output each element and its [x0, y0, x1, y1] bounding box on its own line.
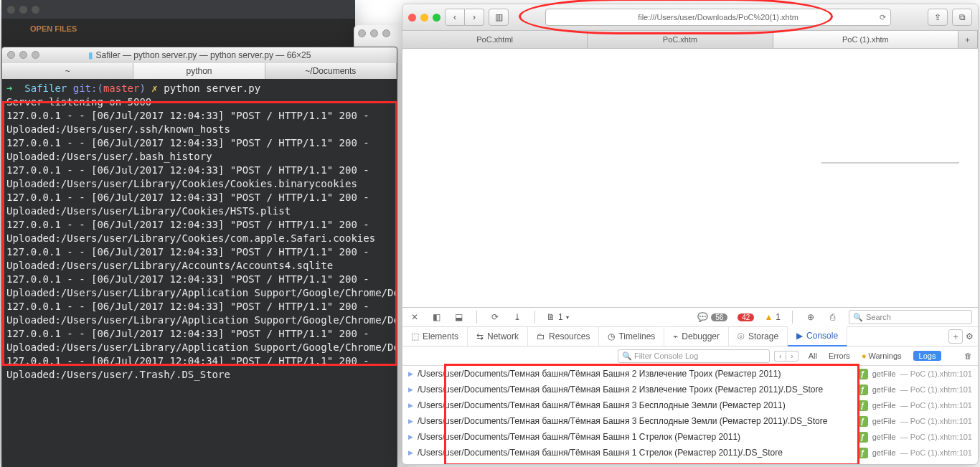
- forward-button[interactable]: ›: [465, 9, 484, 26]
- prompt-arrow-icon: ➜: [6, 82, 12, 94]
- filter-all[interactable]: All: [809, 352, 817, 360]
- gear-icon[interactable]: ⚙: [966, 331, 974, 341]
- tab-elements[interactable]: ⬚Elements: [402, 327, 468, 346]
- storage-icon: ⦾: [738, 331, 745, 341]
- devtools-search[interactable]: 🔍Search: [849, 310, 972, 324]
- source-link[interactable]: — PoC (1).xhtm:101: [900, 448, 972, 457]
- print-icon[interactable]: ⎙: [826, 311, 839, 324]
- log-bullet-icon: ▶: [408, 449, 413, 456]
- filter-logs[interactable]: Logs: [913, 351, 942, 361]
- network-icon: ⇆: [476, 331, 484, 341]
- safari-tab[interactable]: PoC.xhtml: [402, 31, 588, 48]
- devtools-tabs: ⬚Elements ⇆Network 🗀Resources ◷Timelines…: [402, 327, 978, 346]
- tab-timelines[interactable]: ◷Timelines: [599, 327, 664, 346]
- editor-titlebar[interactable]: [1, 0, 355, 19]
- warning-count[interactable]: ▲1: [764, 312, 781, 322]
- terminal-titlebar[interactable]: ▮ Safiler — python server.py — python se…: [2, 47, 397, 63]
- filter-errors[interactable]: Errors: [829, 352, 850, 360]
- tab-debugger[interactable]: ⌁Debugger: [664, 327, 729, 346]
- terminal-body[interactable]: ➜ Safiler git:(master) ✗ python server.p…: [2, 79, 397, 385]
- tabs-button[interactable]: ⧉: [952, 9, 972, 26]
- address-bar[interactable]: file:///Users/user/Downloads/PoC%20(1).x…: [545, 9, 891, 26]
- error-count[interactable]: 42: [738, 313, 754, 321]
- terminal-tab[interactable]: ~/Documents: [265, 63, 397, 79]
- console-message: /Users/user/Documents/Темная башня/Тёмна…: [418, 385, 853, 395]
- prev-button[interactable]: ‹: [774, 351, 786, 362]
- add-tab-button[interactable]: ＋: [948, 329, 963, 344]
- dock-bottom-icon[interactable]: ⬓: [453, 311, 465, 324]
- warning-icon: ▲: [764, 312, 773, 322]
- safari-traffic-lights[interactable]: [408, 14, 440, 22]
- console-row[interactable]: ▶/Users/user/Documents/Темная башня/Тёмн…: [402, 445, 978, 461]
- devtools-toolbar: ✕ ◧ ⬓ ⟳ ⤓ 🗎1 ▾ 💬56 42 ▲1 ⊕ ⎙ 🔍Search: [402, 308, 978, 327]
- doc-count[interactable]: 🗎1 ▾: [547, 312, 569, 322]
- safari-content: [402, 49, 978, 307]
- inspect-icon[interactable]: ⊕: [804, 311, 816, 324]
- safari-tab[interactable]: PoC (1).xhtm: [773, 31, 958, 48]
- filter-warnings[interactable]: ●Warnings: [862, 352, 902, 360]
- chat-icon: 💬: [697, 312, 708, 322]
- function-badge: ƒ: [857, 369, 868, 379]
- function-badge: ƒ: [857, 400, 868, 411]
- clock-icon: ◷: [608, 331, 615, 341]
- log-bullet-icon: ▶: [408, 418, 413, 425]
- trash-icon[interactable]: 🗑: [964, 352, 972, 360]
- chevron-right-icon: ›: [473, 12, 476, 22]
- tabs-icon: ⧉: [959, 12, 966, 22]
- reload-icon[interactable]: ⟳: [489, 311, 501, 324]
- source-link[interactable]: — PoC (1).xhtm:101: [900, 433, 972, 441]
- log-count[interactable]: 💬56: [697, 312, 727, 322]
- function-name: getFile: [872, 401, 896, 410]
- source-link[interactable]: — PoC (1).xhtm:101: [900, 369, 972, 378]
- new-tab-button[interactable]: ＋: [958, 31, 978, 48]
- console-icon: ▶: [796, 331, 803, 341]
- source-link[interactable]: — PoC (1).xhtm:101: [900, 417, 972, 425]
- function-name: getFile: [872, 433, 896, 441]
- sidebar-button[interactable]: ▥: [489, 9, 509, 26]
- dock-side-icon[interactable]: ◧: [430, 311, 443, 324]
- console-row[interactable]: ▶/Users/user/Documents/Темная башня/Тёмн…: [402, 429, 978, 445]
- safari-window: ‹ › ▥ file:///Users/user/Downloads/PoC%2…: [402, 4, 979, 465]
- function-badge: ƒ: [857, 432, 868, 443]
- editor-traffic-lights[interactable]: [7, 6, 39, 14]
- chevron-left-icon: ‹: [453, 12, 456, 22]
- console-row[interactable]: ▶/Users/user/Documents/Темная башня/Тёмн…: [402, 413, 978, 429]
- filter-input[interactable]: 🔍Filter Console Log: [618, 349, 770, 363]
- terminal-tab[interactable]: python: [133, 63, 265, 79]
- console-filter-bar: 🔍Filter Console Log ‹› All Errors ●Warni…: [402, 346, 978, 366]
- terminal-tab[interactable]: ~: [2, 63, 133, 79]
- tab-resources[interactable]: 🗀Resources: [528, 327, 599, 346]
- source-link[interactable]: — PoC (1).xhtm:101: [900, 385, 972, 394]
- terminal-tabs: ~ python ~/Documents: [2, 63, 397, 79]
- terminal-title: Safiler — python server.py — python serv…: [96, 50, 311, 60]
- folder-icon: ▮: [88, 50, 93, 60]
- search-icon: 🔍: [853, 313, 863, 322]
- safari-tab[interactable]: PoC.xhtm: [588, 31, 773, 48]
- share-button[interactable]: ⇪: [928, 9, 948, 26]
- tab-console[interactable]: ▶Console: [788, 326, 847, 346]
- function-name: getFile: [872, 417, 896, 425]
- terminal-traffic-lights[interactable]: [7, 51, 39, 59]
- console-row[interactable]: ▶/Users/user/Documents/Темная башня/Тёмн…: [402, 397, 978, 413]
- content-divider: [821, 162, 959, 164]
- console-row[interactable]: ▶/Users/user/Documents/Темная башня/Тёмн…: [402, 382, 978, 397]
- source-link[interactable]: — PoC (1).xhtm:101: [900, 401, 972, 410]
- console-row[interactable]: ▶/Users/user/Documents/Темная башня/Тёмн…: [402, 366, 978, 382]
- tab-storage[interactable]: ⦾Storage: [729, 327, 788, 346]
- reload-icon[interactable]: ⟳: [880, 13, 886, 22]
- console-message: /Users/user/Documents/Темная башня/Тёмна…: [418, 416, 853, 426]
- tab-network[interactable]: ⇆Network: [468, 327, 528, 346]
- back-button[interactable]: ‹: [445, 9, 465, 26]
- log-bullet-icon: ▶: [408, 402, 413, 409]
- download-icon[interactable]: ⤓: [511, 311, 523, 324]
- plus-icon: ＋: [963, 34, 971, 45]
- close-icon[interactable]: ✕: [408, 311, 420, 324]
- bug-icon: ⌁: [673, 331, 678, 341]
- background-traffic-lights[interactable]: [354, 25, 405, 42]
- console-rows: ▶/Users/user/Documents/Темная башня/Тёмн…: [402, 366, 978, 461]
- function-name: getFile: [872, 369, 896, 378]
- console-message: /Users/user/Documents/Темная башня/Тёмна…: [418, 400, 853, 410]
- function-name: getFile: [872, 385, 896, 394]
- next-button[interactable]: ›: [786, 351, 798, 362]
- function-badge: ƒ: [857, 385, 868, 395]
